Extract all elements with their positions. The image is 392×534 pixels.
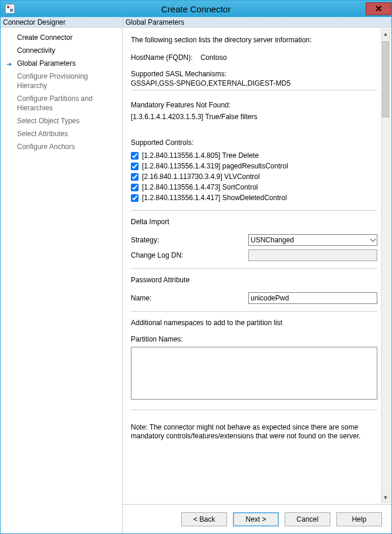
password-name-label: Name: bbox=[131, 294, 248, 302]
main-panel: The following section lists the director… bbox=[123, 28, 391, 533]
supported-controls-label: Supported Controls: bbox=[131, 138, 377, 147]
password-name-row: Name: bbox=[131, 292, 377, 304]
nav-item-label: Select Attributes bbox=[17, 130, 68, 138]
warning-note: Note: The connector might not behave as … bbox=[131, 423, 377, 441]
control-label: [1.2.840.113556.1.4.805] Tree Delete bbox=[142, 151, 259, 160]
hostname-label: HostName (FQDN): bbox=[131, 53, 192, 62]
control-label: [1.2.840.113556.1.4.473] SortControl bbox=[142, 183, 258, 191]
strategy-row: Strategy: USNChanged bbox=[131, 234, 377, 246]
control-label: [2.16.840.1.113730.3.4.9] VLVControl bbox=[142, 173, 260, 181]
divider bbox=[131, 410, 377, 410]
intro-text: The following section lists the director… bbox=[131, 36, 377, 44]
app-icon bbox=[5, 4, 15, 13]
window-frame: Create Connector ✕ Connector Designer Gl… bbox=[0, 0, 392, 534]
nav-configure-provisioning-hierarchy: Configure Provisioning Hierarchy bbox=[1, 70, 122, 92]
changelog-label: Change Log DN: bbox=[131, 251, 248, 259]
password-attribute-header: Password Attribute bbox=[131, 276, 377, 284]
scroll-down-arrow-icon[interactable]: ▼ bbox=[381, 493, 390, 502]
control-show-deleted: [1.2.840.113556.1.4.417] ShowDeletedCont… bbox=[131, 194, 377, 202]
close-button[interactable]: ✕ bbox=[366, 2, 391, 15]
titlebar[interactable]: Create Connector ✕ bbox=[1, 1, 391, 17]
nav-configure-partitions: Configure Partitions and Hierarchies bbox=[1, 92, 122, 114]
sasl-label: Supported SASL Mechanisms: bbox=[131, 70, 377, 78]
nav-panel: Create Connector Connectivity ➔ Global P… bbox=[1, 28, 123, 533]
namespaces-header: Additional namespaces to add to the part… bbox=[131, 319, 377, 327]
password-name-input[interactable] bbox=[248, 292, 377, 304]
hostname-row: HostName (FQDN): Contoso bbox=[131, 53, 377, 62]
section-headers: Connector Designer Global Parameters bbox=[1, 17, 391, 28]
nav-item-label: Create Connector bbox=[17, 33, 73, 42]
changelog-row: Change Log DN: bbox=[131, 249, 377, 261]
cancel-button[interactable]: Cancel bbox=[285, 512, 330, 526]
hostname-value: Contoso bbox=[201, 53, 227, 62]
nav-create-connector[interactable]: Create Connector bbox=[1, 31, 122, 44]
control-checkbox[interactable] bbox=[131, 173, 138, 181]
nav-item-label: Global Parameters bbox=[17, 59, 76, 67]
control-checkbox[interactable] bbox=[131, 163, 138, 170]
strategy-label: Strategy: bbox=[131, 236, 248, 244]
current-step-arrow-icon: ➔ bbox=[6, 59, 12, 69]
scroll-thumb[interactable] bbox=[382, 41, 389, 117]
strategy-select[interactable]: USNChanged bbox=[248, 234, 377, 246]
scroll-up-arrow-icon[interactable]: ▲ bbox=[381, 29, 390, 39]
control-label: [1.2.840.113556.1.4.417] ShowDeletedCont… bbox=[142, 194, 287, 202]
control-paged-results: [1.2.840.113556.1.4.319] pagedResultsCon… bbox=[131, 162, 377, 170]
vertical-scrollbar[interactable]: ▲ ▼ bbox=[381, 29, 390, 503]
divider bbox=[131, 90, 377, 90]
back-button[interactable]: < Back bbox=[181, 512, 227, 526]
close-icon: ✕ bbox=[375, 4, 383, 13]
sasl-value: GSSAPI,GSS-SPNEGO,EXTERNAL,DIGEST-MD5 bbox=[131, 79, 377, 87]
changelog-input bbox=[248, 249, 377, 261]
scroll-area: The following section lists the director… bbox=[123, 28, 391, 504]
divider bbox=[131, 268, 377, 269]
nav-item-label: Configure Anchors bbox=[17, 143, 75, 151]
nav-item-label: Configure Partitions and Hierarchies bbox=[17, 94, 93, 112]
mandatory-label: Mandatory Features Not Found: bbox=[131, 101, 377, 109]
content-area: Create Connector Connectivity ➔ Global P… bbox=[1, 28, 391, 533]
control-tree-delete: [1.2.840.113556.1.4.805] Tree Delete bbox=[131, 151, 377, 160]
control-vlv: [2.16.840.1.113730.3.4.9] VLVControl bbox=[131, 173, 377, 181]
control-sort: [1.2.840.113556.1.4.473] SortControl bbox=[131, 183, 377, 191]
mandatory-value: [1.3.6.1.4.1.4203.1.5.3] True/False filt… bbox=[131, 113, 377, 121]
wizard-footer: < Back Next > Cancel Help bbox=[123, 504, 391, 533]
nav-global-parameters[interactable]: ➔ Global Parameters bbox=[1, 57, 122, 70]
controls-list: [1.2.840.113556.1.4.805] Tree Delete [1.… bbox=[131, 151, 377, 202]
right-panel-header: Global Parameters bbox=[123, 17, 391, 27]
nav-select-attributes: Select Attributes bbox=[1, 127, 122, 140]
delta-fields: Strategy: USNChanged Change Log DN: bbox=[131, 234, 377, 261]
partition-label: Partition Names: bbox=[131, 335, 377, 343]
delta-import-header: Delta Import bbox=[131, 218, 377, 226]
next-button[interactable]: Next > bbox=[233, 512, 279, 526]
control-checkbox[interactable] bbox=[131, 184, 138, 191]
nav-connectivity[interactable]: Connectivity bbox=[1, 44, 122, 57]
control-checkbox[interactable] bbox=[131, 152, 138, 160]
control-label: [1.2.840.113556.1.4.319] pagedResultsCon… bbox=[142, 162, 288, 170]
window-title: Create Connector bbox=[161, 4, 231, 14]
nav-item-label: Configure Provisioning Hierarchy bbox=[17, 72, 88, 90]
divider bbox=[131, 210, 377, 211]
nav-configure-anchors: Configure Anchors bbox=[1, 140, 122, 153]
nav-item-label: Select Object Types bbox=[17, 117, 80, 125]
divider bbox=[131, 311, 377, 312]
left-panel-header: Connector Designer bbox=[1, 17, 123, 27]
help-button[interactable]: Help bbox=[336, 512, 382, 526]
partition-names-input[interactable] bbox=[131, 347, 377, 400]
nav-select-object-types: Select Object Types bbox=[1, 114, 122, 127]
control-checkbox[interactable] bbox=[131, 194, 138, 202]
nav-item-label: Connectivity bbox=[17, 46, 55, 55]
